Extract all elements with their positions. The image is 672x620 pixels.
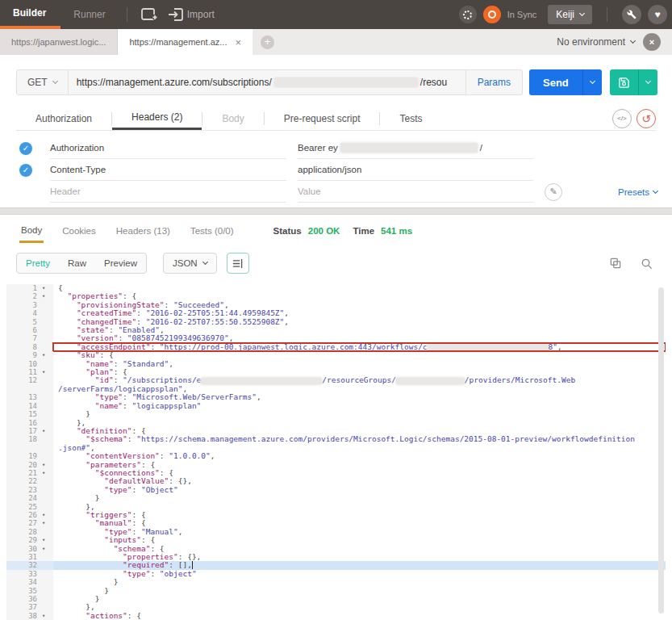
user-menu-button[interactable]: Keiji: [548, 5, 592, 24]
method-dropdown[interactable]: GET: [17, 77, 68, 88]
json-punctuation: [58, 317, 77, 326]
settings-wrench-button[interactable]: [622, 5, 641, 24]
generate-code-button[interactable]: </>: [612, 109, 632, 128]
request-tab-headers-2[interactable]: Headers (2): [112, 107, 202, 130]
fold-arrow-icon[interactable]: ▾: [37, 284, 50, 292]
json-punctuation: :: [136, 308, 145, 317]
header-value-cell[interactable]: application/json: [298, 159, 533, 181]
topbar-divider: [607, 7, 607, 22]
fold-arrow-icon[interactable]: ▾: [37, 461, 50, 469]
line-gutter: 1▾: [6, 284, 53, 292]
fold-arrow-icon[interactable]: ▾: [37, 519, 50, 527]
fold-arrow-icon[interactable]: ▾: [37, 469, 50, 477]
view-mode-preview[interactable]: Preview: [95, 253, 146, 273]
request-tab-japanwest[interactable]: https://japanwest.logic...: [0, 29, 118, 55]
fold-arrow-icon[interactable]: ▾: [37, 368, 50, 376]
satellite-glyph: [463, 10, 472, 19]
json-key: "$schema": [86, 434, 127, 443]
line-number: 12: [6, 376, 37, 384]
fold-arrow-icon[interactable]: ▾: [37, 351, 50, 359]
chevron-down-icon: [653, 187, 658, 193]
code-line-text: },: [53, 603, 666, 611]
reset-button[interactable]: ↺: [637, 109, 656, 128]
top-bar: Builder Runner Import In Sync Keiji ♥: [0, 0, 672, 29]
new-header-value-input[interactable]: Value: [298, 181, 533, 203]
json-punctuation: [58, 552, 123, 561]
send-options-button[interactable]: [582, 69, 602, 95]
fold-arrow-icon[interactable]: ▾: [37, 612, 50, 620]
runner-tab[interactable]: Runner: [61, 0, 118, 29]
save-options-button[interactable]: [638, 69, 657, 95]
request-tab-authorization[interactable]: Authorization: [16, 107, 111, 130]
view-mode-pretty[interactable]: Pretty: [17, 253, 59, 273]
checkbox-checked-icon[interactable]: ✓: [19, 164, 32, 177]
header-value-cell[interactable]: Bearer ey /: [298, 137, 533, 159]
edit-bulk-button[interactable]: ✎: [545, 183, 562, 201]
response-body-viewer[interactable]: 1▾{2▾ "properties": {3 "provisioningStat…: [6, 284, 666, 620]
response-tab-cookies[interactable]: Cookies: [61, 219, 98, 243]
checkbox-checked-icon[interactable]: ✓: [19, 142, 32, 155]
fold-arrow-icon[interactable]: ▾: [37, 511, 50, 519]
header-value-suffix: /: [480, 143, 482, 153]
new-window-button[interactable]: [140, 7, 158, 22]
line-number: 19: [6, 452, 37, 460]
request-tab-pre-request-script[interactable]: Pre-request script: [265, 107, 380, 130]
code-icon: </>: [617, 115, 627, 122]
json-punctuation: [58, 569, 123, 578]
code-line: 24 }: [6, 494, 666, 502]
json-punctuation: ,: [211, 451, 215, 460]
response-scrollbar[interactable]: [658, 287, 664, 614]
line-gutter: 18: [6, 435, 53, 452]
close-tab-icon[interactable]: ×: [235, 37, 241, 48]
view-mode-raw[interactable]: Raw: [59, 253, 95, 273]
header-key-cell[interactable]: Content-Type: [50, 159, 286, 181]
search-button[interactable]: [641, 258, 653, 270]
json-key: "inputs": [104, 535, 141, 544]
new-header-key-input[interactable]: Header: [50, 181, 286, 203]
line-gutter: 6: [6, 326, 53, 334]
new-request-tab-button[interactable]: +: [261, 36, 274, 49]
environment-quick-look-button[interactable]: ×: [643, 33, 661, 51]
favorites-heart-button[interactable]: ♥: [648, 5, 667, 24]
request-tab-tests[interactable]: Tests: [380, 107, 441, 130]
copy-button[interactable]: [610, 258, 621, 269]
json-key: "actions": [86, 611, 127, 620]
line-gutter: 29▾: [6, 536, 53, 544]
line-number: 20: [6, 461, 37, 469]
line-gutter: 27▾: [6, 519, 53, 527]
pane-resizer[interactable]: [0, 207, 672, 215]
response-tab-tests-0-0[interactable]: Tests (0/0): [189, 219, 236, 243]
response-tab-body[interactable]: Body: [19, 219, 44, 243]
line-number: 7: [6, 334, 37, 342]
format-dropdown[interactable]: JSON: [163, 253, 217, 274]
sync-satellite-icon[interactable]: [459, 6, 477, 23]
json-punctuation: }: [58, 594, 99, 603]
line-gutter: 3: [6, 301, 53, 309]
line-number: 2: [6, 292, 37, 300]
code-line-text: "name": "logicappsplan": [53, 402, 666, 410]
import-button[interactable]: Import: [168, 7, 215, 22]
code-line-text: "type": "Object": [53, 486, 666, 494]
header-key-cell[interactable]: Authorization: [50, 137, 286, 159]
time-label: Time: [353, 226, 374, 236]
fold-arrow-icon[interactable]: ▾: [37, 292, 50, 300]
fold-arrow-icon[interactable]: ▾: [37, 545, 50, 553]
code-line-text: "type": "object": [53, 570, 666, 578]
json-value: /providers/Microsoft.Web: [465, 375, 575, 384]
wrap-lines-button[interactable]: [227, 253, 249, 274]
code-line: 15 }: [6, 410, 666, 418]
params-button[interactable]: Params: [465, 70, 522, 94]
fold-arrow-icon[interactable]: ▾: [37, 536, 50, 544]
request-tab-management[interactable]: https://management.az... ×: [118, 29, 253, 55]
builder-tab[interactable]: Builder: [0, 0, 61, 29]
request-tab-body[interactable]: Body: [202, 107, 263, 130]
save-button[interactable]: [610, 69, 657, 95]
url-input[interactable]: https://management.azure.com/subscriptio…: [69, 77, 465, 88]
send-button[interactable]: Send: [529, 69, 602, 95]
fold-arrow-icon[interactable]: ▾: [37, 427, 50, 435]
response-toolbar-icons: [610, 258, 653, 270]
in-sync-icon[interactable]: [483, 6, 501, 23]
environment-selector[interactable]: No environment: [557, 36, 635, 48]
presets-dropdown[interactable]: Presets: [618, 187, 657, 197]
response-tab-headers-13[interactable]: Headers (13): [115, 219, 172, 243]
